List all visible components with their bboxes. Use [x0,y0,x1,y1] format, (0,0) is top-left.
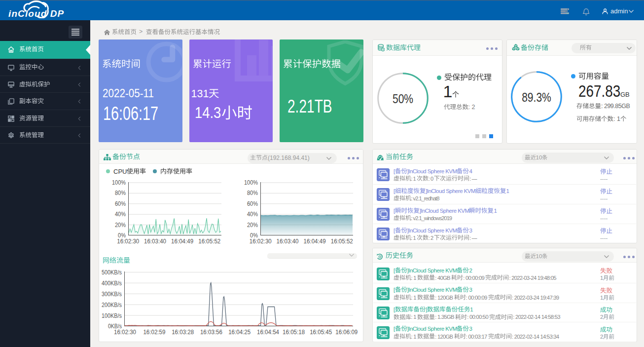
svg-text:16:04:25: 16:04:25 [228,329,250,336]
svg-text:60%: 60% [115,200,126,207]
svg-text:100%: 100% [112,179,126,186]
svg-text:16:05:18: 16:05:18 [283,329,305,336]
svg-text:16:04:54: 16:04:54 [257,329,279,336]
svg-text:300KB/s: 300KB/s [102,291,122,298]
svg-text:16:03:28: 16:03:28 [172,329,194,336]
svg-text:16:02:59: 16:02:59 [143,329,165,336]
svg-text:16:03:56: 16:03:56 [200,329,222,336]
svg-text:20%: 20% [115,222,126,229]
svg-text:16:03:40: 16:03:40 [144,238,166,245]
svg-text:40%: 40% [115,211,126,218]
svg-text:80%: 80% [247,190,258,196]
svg-text:40%: 40% [247,211,258,218]
svg-text:100%: 100% [244,179,258,186]
svg-text:20%: 20% [247,222,258,229]
svg-text:500KB/s: 500KB/s [102,269,122,276]
svg-text:16:02:30: 16:02:30 [114,329,136,336]
svg-text:16:03:40: 16:03:40 [277,238,299,245]
svg-text:80%: 80% [115,190,126,196]
svg-text:400KB/s: 400KB/s [102,280,122,287]
svg-text:16:06:09: 16:06:09 [335,329,358,336]
svg-text:16:05:52: 16:05:52 [198,238,220,245]
svg-text:16:05:52: 16:05:52 [331,238,353,245]
svg-text:16:04:49: 16:04:49 [171,238,193,245]
svg-text:16:02:30: 16:02:30 [250,238,272,245]
svg-text:200KB/s: 200KB/s [102,302,122,308]
svg-text:100KB/s: 100KB/s [102,312,122,319]
svg-text:16:04:49: 16:04:49 [304,238,326,245]
svg-text:16:05:45: 16:05:45 [310,329,332,336]
svg-text:16:02:30: 16:02:30 [117,238,139,245]
svg-text:60%: 60% [247,200,258,207]
